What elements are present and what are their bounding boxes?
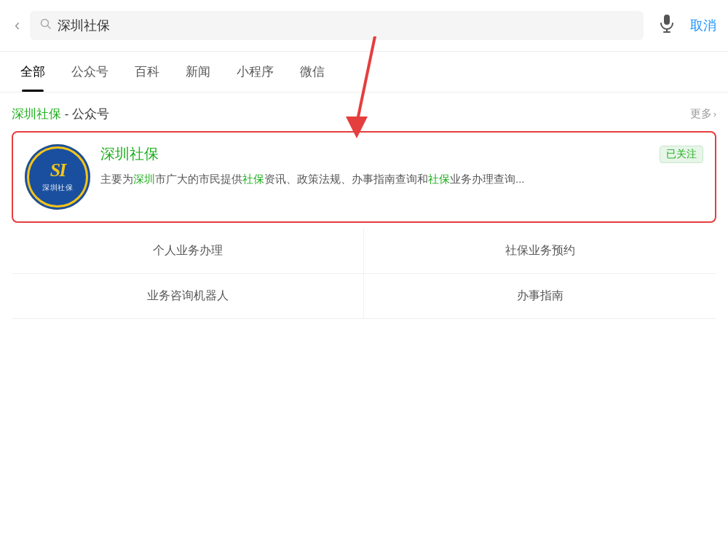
search-query-text: 深圳社保: [58, 17, 110, 34]
more-label: 更多: [690, 107, 712, 121]
main-content: 深圳社保 - 公众号 更多 › SI 深圳社保 深圳社保 已关注 主要为深圳市广…: [0, 92, 728, 319]
logo-si-text: SI: [50, 161, 66, 180]
logo-label-text: 深圳社保: [42, 183, 73, 193]
card-content: 深圳社保 已关注 主要为深圳市广大的市民提供社保资讯、政策法规、办事指南查询和社…: [100, 144, 703, 189]
search-bar[interactable]: 深圳社保: [30, 11, 644, 40]
section-header: 深圳社保 - 公众号 更多 ›: [12, 92, 716, 131]
tab-public[interactable]: 公众号: [58, 52, 122, 92]
more-link[interactable]: 更多 ›: [690, 107, 716, 121]
quick-links-grid: 个人业务办理 社保业务预约 业务咨询机器人 办事指南: [12, 229, 716, 319]
chevron-right-icon: ›: [713, 109, 716, 119]
tab-news[interactable]: 新闻: [173, 52, 223, 92]
search-header: ‹ 深圳社保 取消: [0, 0, 728, 52]
card-top: 深圳社保 已关注: [100, 144, 703, 164]
account-name[interactable]: 深圳社保: [100, 144, 159, 164]
tab-all[interactable]: 全部: [7, 52, 58, 92]
mic-button[interactable]: [651, 10, 683, 41]
svg-rect-2: [664, 15, 670, 25]
quick-link-appointment[interactable]: 社保业务预约: [364, 229, 716, 274]
result-card[interactable]: SI 深圳社保 深圳社保 已关注 主要为深圳市广大的市民提供社保资讯、政策法规、…: [12, 131, 716, 223]
card-description: 主要为深圳市广大的市民提供社保资讯、政策法规、办事指南查询和社保业务办理查询..…: [100, 170, 703, 189]
search-icon: [40, 18, 52, 33]
desc-highlight-shenzhen: 深圳: [133, 173, 155, 185]
follow-badge: 已关注: [660, 146, 703, 163]
back-button[interactable]: ‹: [12, 13, 23, 38]
section-title-suffix: - 公众号: [61, 107, 109, 121]
tab-wiki[interactable]: 百科: [122, 52, 173, 92]
section-title: 深圳社保 - 公众号: [12, 106, 109, 122]
tabs-bar: 全部 公众号 百科 新闻 小程序 微信: [0, 52, 728, 92]
quick-link-personal[interactable]: 个人业务办理: [12, 229, 364, 274]
quick-link-robot[interactable]: 业务咨询机器人: [12, 274, 364, 319]
section-title-highlight: 深圳社保: [12, 107, 61, 121]
tab-wechat[interactable]: 微信: [287, 52, 338, 92]
cancel-button[interactable]: 取消: [690, 17, 716, 34]
desc-highlight-shebao1: 社保: [242, 173, 264, 185]
desc-highlight-shebao2: 社保: [428, 173, 450, 185]
svg-line-1: [48, 26, 51, 29]
tab-miniapp[interactable]: 小程序: [223, 52, 287, 92]
account-logo: SI 深圳社保: [25, 144, 90, 210]
quick-link-guide[interactable]: 办事指南: [364, 274, 716, 319]
